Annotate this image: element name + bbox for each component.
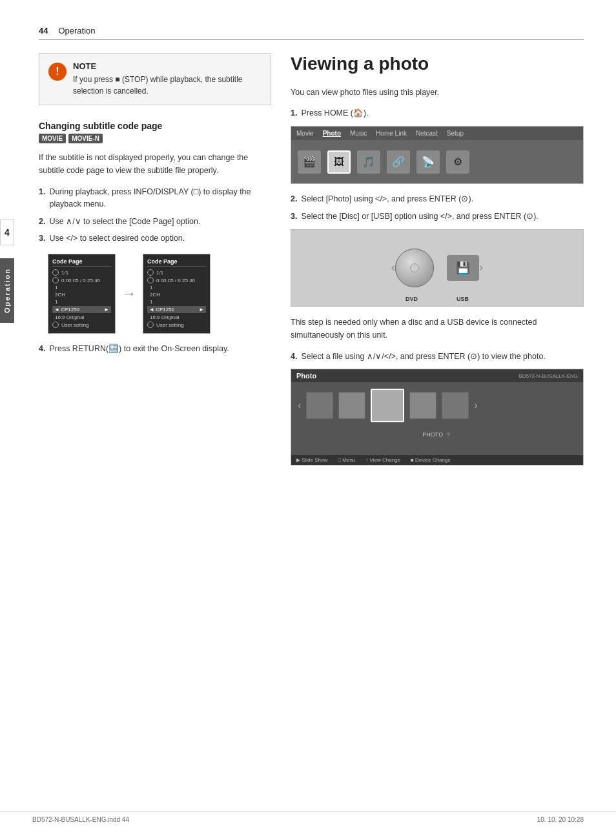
step3-note: This step is needed only when a disc and… — [291, 316, 584, 342]
step-2-text: Use ∧/∨ to select the [Code Page] option… — [49, 216, 200, 228]
menu-icon-4: 🔗 — [387, 150, 410, 174]
page-header: 44 Operation — [39, 26, 584, 40]
badge-movie-n: MOVIE-N — [68, 134, 103, 143]
cp2-icon2 — [147, 277, 154, 283]
cp1-r1: 1/1 — [52, 269, 111, 276]
cp1-r4: 2CH — [52, 292, 111, 298]
usb-label: USB — [457, 296, 469, 302]
main-content: ! NOTE If you press ■ (STOP) while playb… — [39, 53, 584, 475]
photo-thumb-3 — [409, 392, 436, 419]
page-number: 44 — [39, 26, 48, 36]
step-3-num: 3. — [39, 232, 45, 245]
right-step-1: 1. Press HOME (🏠). — [291, 107, 584, 119]
arrow-right-icon: → — [122, 285, 136, 302]
menu-icon-2: 🖼 — [327, 150, 351, 174]
left-section-intro: If the subtitle is not displayed properl… — [39, 151, 271, 177]
home-menu-screenshot: Movie Photo Music Home Link Netcast Setu… — [291, 126, 584, 184]
photo-label-photo: PHOTO ▼ — [291, 429, 583, 438]
badge-movie: MOVIE — [39, 134, 66, 143]
step-1-text: During playback, press INFO/DISPLAY (□) … — [49, 186, 271, 210]
right-step-2: 2. Select [Photo] using </>, and press E… — [291, 193, 584, 205]
left-steps: 1. During playback, press INFO/DISPLAY (… — [39, 186, 271, 245]
pbb-menu: □ Menu — [338, 457, 355, 463]
cp1-icon2 — [52, 277, 59, 283]
pbb-slideshow: ▶ Slide Show — [296, 457, 327, 463]
photo-browser-subtitle: BD572-N-BUSALLK-ENG — [518, 373, 578, 379]
left-column: ! NOTE If you press ■ (STOP) while playb… — [39, 53, 271, 475]
cp2-icon1 — [147, 269, 154, 276]
cp2-icon3 — [147, 322, 154, 328]
cp1-r6: 16:9 Original — [52, 314, 111, 320]
menu-icon-6: ⚙ — [446, 150, 469, 174]
menu-item-music: Music — [350, 130, 367, 137]
menu-icon-5: 📡 — [416, 150, 440, 174]
note-text: If you press ■ (STOP) while playback, th… — [73, 74, 262, 97]
footer-right: 10. 10. 20 10:28 — [537, 816, 584, 823]
photo-thumb-1 — [306, 392, 333, 419]
badge-row: MOVIE MOVIE-N — [39, 134, 271, 143]
home-menu-bar: Movie Photo Music Home Link Netcast Setu… — [291, 127, 583, 140]
menu-item-netcast: Netcast — [416, 130, 438, 137]
left-step-4: 4. Press RETURN(🔙) to exit the On-Screen… — [39, 343, 271, 355]
right-intro: You can view photo files using this play… — [291, 87, 584, 99]
note-title: NOTE — [73, 61, 262, 71]
chevron-right-icon: › — [479, 261, 483, 274]
menu-item-movie: Movie — [296, 130, 314, 137]
cp1-icon1 — [52, 269, 59, 276]
photo-browser-title: Photo — [296, 372, 316, 380]
cp1-header: Code Page — [52, 258, 111, 267]
cp1-r3: 1 — [52, 285, 111, 291]
r-step-3-text: Select the [Disc] or [USB] option using … — [301, 210, 538, 223]
photo-bottom-bar: ▶ Slide Show □ Menu ↑ View Change ■ Devi… — [291, 455, 583, 465]
menu-item-homelink: Home Link — [376, 130, 407, 137]
right-column: Viewing a photo You can view photo files… — [291, 53, 584, 475]
dvd-label: DVD — [406, 296, 418, 302]
disc-usb-labels: DVD USB — [291, 296, 583, 302]
left-step-2: 2. Use ∧/∨ to select the [Code Page] opt… — [39, 216, 271, 228]
disc-usb-screenshot: ‹ 💾 › DVD USB — [291, 229, 584, 307]
disc-usb-inner: 💾 — [395, 249, 479, 287]
cp2-r2: 0:00:05 / 0:25:46 — [147, 277, 206, 283]
usb-icon: 💾 — [447, 255, 479, 281]
home-menu-icons: 🎬 🖼 🎵 🔗 📡 ⚙ — [291, 140, 583, 183]
code-page-row: Code Page 1/1 0:00:05 / 0:25:46 1 2CH — [48, 254, 271, 334]
step-4-text: Press RETURN(🔙) to exit the On-Screen di… — [49, 343, 229, 355]
r-step-4-num: 4. — [291, 351, 297, 363]
r-step-1-num: 1. — [291, 107, 297, 119]
menu-icon-1: 🎬 — [298, 150, 321, 174]
cp1-r7: User setting — [52, 322, 111, 328]
r-step-4-text: Select a file using ∧/∨/</>, and press E… — [301, 351, 545, 363]
menu-icon-3: 🎵 — [357, 150, 380, 174]
step-3-text: Use </> to select desired code option. — [49, 232, 185, 245]
pbb-viewchange: ↑ View Change — [365, 457, 400, 463]
cp2-r6: 16:9 Original — [147, 314, 206, 320]
cp1-r2: 0:00:05 / 0:25:46 — [52, 277, 111, 283]
page-section-title: Operation — [58, 26, 95, 36]
codepage-screenshot-2: Code Page 1/1 0:00:05 / 0:25:46 1 2CH — [143, 254, 210, 334]
photo-thumb-4 — [442, 392, 469, 419]
step-1-num: 1. — [39, 186, 45, 210]
menu-item-setup: Setup — [447, 130, 464, 137]
r-step-1-text: Press HOME (🏠). — [301, 107, 368, 119]
cp1-r5: 1 — [52, 299, 111, 305]
r-step-2-num: 2. — [291, 193, 297, 205]
disc-icon — [395, 249, 434, 287]
menu-item-photo: Photo — [323, 130, 341, 137]
photo-browser-top: Photo BD572-N-BUSALLK-ENG — [291, 369, 583, 382]
cp2-r5: 1 — [147, 299, 206, 305]
page: 4 Operation 44 Operation ! NOTE If you p… — [0, 0, 616, 840]
r-step-3-num: 3. — [291, 210, 297, 223]
photo-thumb-active — [371, 389, 404, 422]
left-step-3: 3. Use </> to select desired code option… — [39, 232, 271, 245]
right-step-4: 4. Select a file using ∧/∨/</>, and pres… — [291, 351, 584, 363]
cp2-r1: 1/1 — [147, 269, 206, 276]
r-step-2-text: Select [Photo] using </>, and press ENTE… — [301, 193, 473, 205]
sidebar-tab: Operation — [0, 258, 14, 323]
note-box: ! NOTE If you press ■ (STOP) while playb… — [39, 53, 271, 105]
sidebar-chapter-number: 4 — [0, 220, 14, 245]
step-4-num: 4. — [39, 343, 45, 355]
right-step-3: 3. Select the [Disc] or [USB] option usi… — [291, 210, 584, 223]
left-step-1: 1. During playback, press INFO/DISPLAY (… — [39, 186, 271, 210]
photo-thumb-2 — [338, 392, 365, 419]
cp1-icon3 — [52, 322, 59, 328]
